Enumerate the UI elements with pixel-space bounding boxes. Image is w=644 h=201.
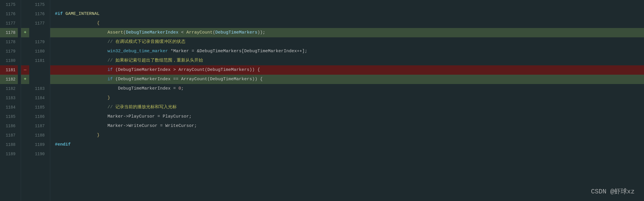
code-token: DebugTimeMarkerIndex = [55,84,178,93]
code-token: ArrayCount [186,28,213,37]
code-line: } [50,93,644,103]
code-token: #if [55,9,63,19]
diff-marker [21,121,29,131]
code-token [55,28,107,37]
diff-marker: + [21,28,29,37]
diff-marker [21,149,29,159]
right-line-num [29,65,47,75]
diff-marker [21,131,29,140]
code-line: win32_debug_time_marker *Marker = &Debug… [50,47,644,56]
left-line-num: 1187 [0,131,18,140]
left-line-num: 1185 [0,112,18,121]
code-line: Assert(DebugTimeMarkerIndex < ArrayCount… [50,28,644,37]
right-line-num: 1180 [29,47,47,56]
code-area: #if GAME_INTERNAL { Assert(DebugTimeMark… [50,0,644,201]
code-token: Marker->PlayCursor = PlayCursor; [55,112,192,121]
code-token: DebugTimeMarkers [215,28,257,37]
diff-marker [21,47,29,56]
code-line: #endif [50,140,644,149]
code-line [50,149,644,159]
left-line-num: 1178 [0,37,18,47]
code-line: { [50,19,644,28]
code-token: 在调试模式下记录音频缓冲区的状态 [115,37,185,47]
diff-marker [21,9,29,19]
code-line: // 记录当前的播放光标和写入光标 [50,103,644,112]
right-line-num: 1189 [29,140,47,149]
watermark: CSDN @虾球xz [591,187,635,196]
right-line-num: 1181 [29,56,47,65]
code-token: { [55,19,100,28]
diff-marker [21,140,29,149]
code-token: GAME_INTERNAL [65,9,100,19]
code-line: DebugTimeMarkerIndex = 0; [50,84,644,93]
left-line-num: 1177 [0,19,18,28]
code-token: (DebugTimeMarkerIndex == ArrayCount(Debu… [113,75,263,84]
code-token: if [107,75,113,84]
code-line: if (DebugTimeMarkerIndex > ArrayCount(De… [50,65,644,75]
code-token: (DebugTimeMarkerIndex > ArrayCount(Debug… [113,65,260,75]
code-token: 如果标记索引超出了数组范围，重新从头开始 [115,56,203,65]
diff-marker [21,84,29,93]
code-line: // 在调试模式下记录音频缓冲区的状态 [50,37,644,47]
diff-marker [21,56,29,65]
diff-marker [21,93,29,103]
code-token [55,56,107,65]
code-token: // [107,56,115,65]
code-line [50,0,644,9]
code-token [55,75,107,84]
code-token: 0 [178,84,181,93]
left-line-num: 1182 [0,75,18,84]
diff-marker [21,103,29,112]
diff-marker [21,0,29,9]
left-line-num: 1178 [0,28,18,37]
right-line-num [29,75,47,84]
code-token: // [107,37,115,47]
code-token: } [55,93,110,103]
diff-markers: + —+ [21,0,29,201]
left-line-num: 1175 [0,0,18,9]
code-token [55,65,107,75]
code-token: // [107,103,115,112]
right-line-num: 1183 [29,84,47,93]
right-line-num: 1175 [29,0,47,9]
right-line-num: 1185 [29,103,47,112]
code-token: win32_debug_time_marker [107,47,168,56]
right-line-num: 1190 [29,149,47,159]
left-line-num: 1183 [0,93,18,103]
code-token: 记录当前的播放光标和写入光标 [115,103,177,112]
code-line: if (DebugTimeMarkerIndex == ArrayCount(D… [50,75,644,84]
code-token: < [178,28,186,37]
code-line: #if GAME_INTERNAL [50,9,644,19]
right-line-num: 1177 [29,19,47,28]
left-line-num: 1176 [0,9,18,19]
diff-marker: — [21,65,29,75]
left-line-num: 1184 [0,103,18,112]
code-token: ++ [297,47,302,56]
left-line-num: 1188 [0,140,18,149]
code-token: DebugTimeMarkerIndex [126,28,178,37]
left-line-numbers: 1175117611771178117811791180118111821182… [0,0,21,201]
code-token: ( [123,28,126,37]
code-token [55,103,107,112]
right-line-num: 1176 [29,9,47,19]
code-token: ; [181,84,184,93]
code-token: ( [213,28,215,37]
code-container: 1175117611771178117811791180118111821182… [0,0,644,201]
code-token [63,9,65,19]
left-line-num: 1186 [0,121,18,131]
code-token [55,47,107,56]
code-token: #endif [55,140,71,149]
left-line-num: 1181 [0,65,18,75]
left-line-num: 1189 [0,149,18,159]
code-token: if [107,65,113,75]
code-line: Marker->PlayCursor = PlayCursor; [50,112,644,121]
diff-marker [21,112,29,121]
code-token: )); [257,28,265,37]
code-token: Assert [107,28,123,37]
right-line-num: 1179 [29,37,47,47]
code-token [55,37,107,47]
diff-marker [21,19,29,28]
code-line: // 如果标记索引超出了数组范围，重新从头开始 [50,56,644,65]
code-line: } [50,131,644,140]
right-line-num: 1187 [29,121,47,131]
